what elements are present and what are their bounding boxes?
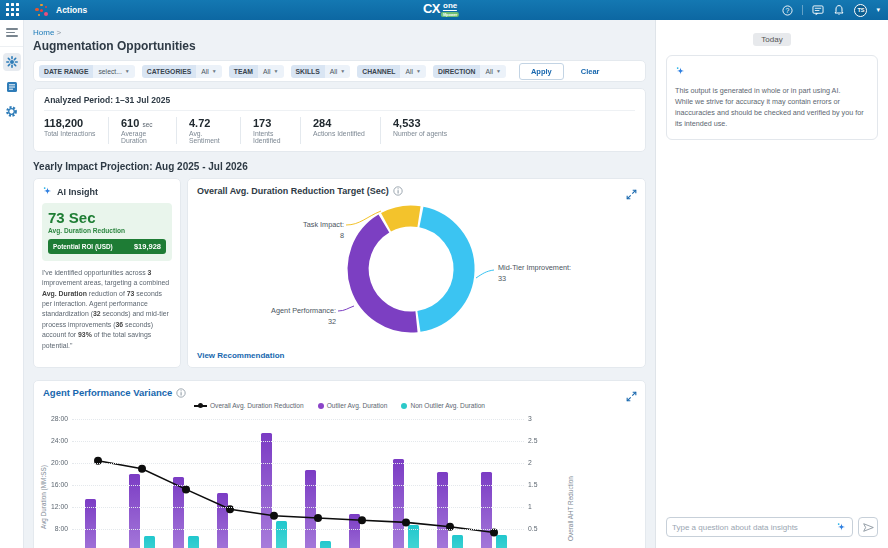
right-axis-tick: 3 — [528, 415, 532, 422]
ai-insight-card: AI Insight 73 Sec Avg. Duration Reductio… — [33, 178, 181, 368]
right-axis-tick: 0.5 — [528, 525, 537, 532]
analyzed-period-card: Analyzed Period: 1–31 Jul 2025 118,200To… — [33, 88, 646, 152]
cxone-logo-badge: Mpower — [441, 12, 459, 17]
send-button[interactable] — [858, 517, 878, 537]
apply-button[interactable]: Apply — [519, 63, 564, 80]
chat-input-wrapper[interactable] — [666, 517, 853, 537]
chevron-down-icon: ▼ — [340, 68, 345, 74]
legend-outlier-duration[interactable]: Outlier Avg. Duration — [318, 402, 388, 409]
right-axis-tick: 2 — [528, 459, 532, 466]
line-data-point[interactable] — [358, 516, 366, 524]
info-icon[interactable] — [393, 186, 403, 196]
view-recommendation-link[interactable]: View Recommendation — [197, 351, 284, 360]
roi-value: $19,928 — [134, 242, 161, 251]
stats-row: 118,200Total Interactions 610 secAverage… — [44, 117, 635, 144]
variance-card-title[interactable]: Agent Performance Variance — [43, 387, 172, 398]
filter-label: TEAM — [229, 65, 258, 78]
duration-reduction-value: 73 Sec — [48, 209, 166, 226]
legend-dot-marker — [401, 403, 407, 409]
gridline — [72, 529, 524, 530]
callout-mid-tier: Mid-Tier Improvement:33 — [498, 263, 608, 284]
sidebar-divider — [0, 46, 23, 47]
analyzed-period-title: Analyzed Period: 1–31 Jul 2025 — [44, 95, 635, 111]
filter-date-range[interactable]: DATE RANGEselect...▼ — [39, 65, 135, 78]
filter-value[interactable]: All▼ — [480, 65, 506, 78]
chevron-down-icon: ▼ — [416, 68, 421, 74]
actions-app-brand[interactable]: Actions — [34, 3, 87, 18]
chevron-down-icon: ▼ — [125, 68, 130, 74]
clear-button[interactable]: Clear — [581, 67, 600, 76]
sidebar-item-settings[interactable] — [3, 103, 21, 121]
user-avatar[interactable]: TS — [854, 4, 867, 17]
cxone-logo: CX one Mpower — [423, 2, 459, 17]
right-axis-label: Overall AHT Reduction — [567, 476, 574, 541]
sparkle-icon — [42, 186, 53, 197]
ai-metric-box: 73 Sec Avg. Duration Reduction Potential… — [42, 203, 172, 261]
sidebar-item-actions[interactable] — [3, 53, 21, 71]
stat-actions-identified: 284Actions Identified — [300, 117, 380, 144]
filter-label: DIRECTION — [433, 65, 480, 78]
gridline — [72, 441, 524, 442]
filter-direction[interactable]: DIRECTIONAll▼ — [433, 65, 506, 78]
collapse-menu-icon[interactable] — [6, 28, 18, 39]
sparkle-icon — [836, 522, 847, 533]
messages-icon[interactable] — [812, 4, 824, 16]
breadcrumb[interactable]: Home > — [33, 28, 646, 37]
line-data-point[interactable] — [314, 514, 322, 522]
chevron-down-icon: ▼ — [274, 68, 279, 74]
line-data-point[interactable] — [402, 518, 410, 526]
chevron-down-icon: ▼ — [496, 68, 501, 74]
notifications-bell-icon[interactable] — [833, 4, 845, 16]
left-axis-tick: 20:00 — [34, 459, 68, 466]
legend-non-outlier-duration[interactable]: Non Outlier Avg. Duration — [401, 402, 485, 409]
info-icon[interactable] — [176, 388, 186, 398]
ai-insight-body: I've identified opportunities across 3 i… — [42, 268, 172, 351]
filter-value[interactable]: All▼ — [196, 65, 222, 78]
callout-task-impact: Task Impact:8 — [248, 220, 344, 241]
filter-skills[interactable]: SKILLSAll▼ — [291, 65, 351, 78]
right-axis-tick: 1 — [528, 503, 532, 510]
left-axis-label: Avg Duration (MM:SS) — [40, 465, 47, 529]
gear-icon — [5, 105, 18, 118]
help-icon[interactable]: ? — [781, 4, 793, 16]
legend-overall-reduction[interactable]: Overall Avg. Duration Reduction — [194, 402, 304, 409]
duration-reduction-label: Avg. Duration Reduction — [48, 227, 166, 234]
left-axis-tick: 8:00 — [34, 525, 68, 532]
filter-categories[interactable]: CATEGORIESAll▼ — [142, 65, 222, 78]
filter-value[interactable]: All▼ — [400, 65, 426, 78]
disclaimer-line-2: While we strive for accuracy it may cont… — [675, 96, 869, 129]
breadcrumb-home-link[interactable]: Home — [33, 28, 54, 37]
donut-slice-task-impact[interactable] — [386, 216, 419, 222]
donut-slice-agent-performance[interactable] — [358, 224, 416, 322]
line-data-point[interactable] — [182, 485, 190, 493]
app-launcher-icon[interactable] — [6, 3, 20, 17]
filter-channel[interactable]: CHANNELAll▼ — [357, 65, 426, 78]
right-axis-tick: 1.5 — [528, 481, 537, 488]
left-axis-tick: 16:00 — [34, 481, 68, 488]
filter-value[interactable]: All▼ — [325, 65, 351, 78]
line-data-point[interactable] — [270, 512, 278, 520]
main-content: Home > Augmentation Opportunities DATE R… — [24, 20, 655, 548]
stat-intents-identified: 173Intents Identified — [240, 117, 300, 144]
expand-icon[interactable] — [626, 388, 637, 406]
user-menu-chevron-icon[interactable]: ▾ — [876, 6, 880, 14]
chat-question-input[interactable] — [672, 523, 836, 532]
chat-input-row — [666, 517, 878, 537]
actions-logo-icon — [34, 3, 50, 18]
stat-avg-sentiment: 4.72Avg. Sentiment — [176, 117, 240, 144]
filter-team[interactable]: TEAMAll▼ — [229, 65, 284, 78]
roi-badge: Potential ROI (USD) $19,928 — [48, 239, 166, 254]
ai-assistant-panel: Today This output is generated in whole … — [655, 20, 888, 548]
left-axis-tick: 24:00 — [34, 437, 68, 444]
gridline — [72, 463, 524, 464]
callout-agent-performance: Agent Performance:32 — [228, 306, 336, 327]
left-axis-tick: 12:00 — [34, 503, 68, 510]
filter-value[interactable]: select...▼ — [93, 65, 134, 78]
line-data-point[interactable] — [138, 465, 146, 473]
filter-label: SKILLS — [291, 65, 325, 78]
stat-total-interactions: 118,200Total Interactions — [44, 117, 108, 144]
donut-slice-mid-tier-improvement[interactable] — [419, 217, 464, 321]
sidebar-item-reports[interactable] — [3, 78, 21, 96]
filter-value[interactable]: All▼ — [258, 65, 284, 78]
variance-chart-plot[interactable]: Avg Duration (MM:SS) Overall AHT Reducti… — [34, 419, 574, 548]
